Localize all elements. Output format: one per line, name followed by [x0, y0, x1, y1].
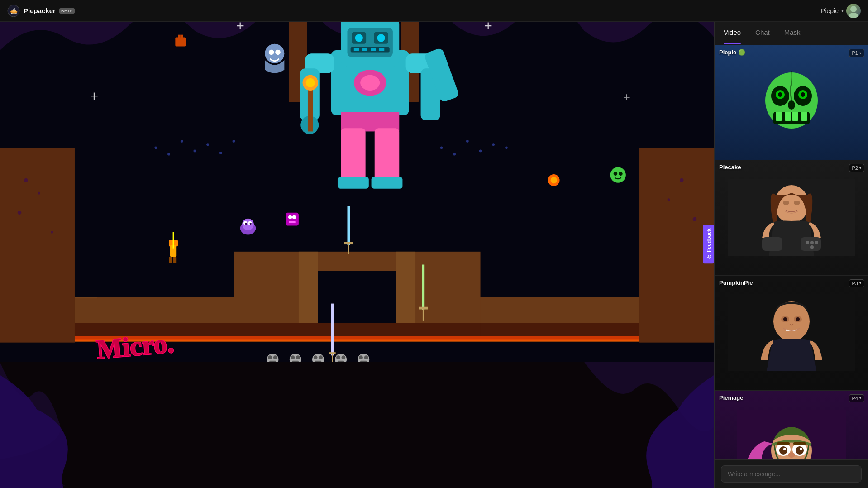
svg-rect-30: [354, 48, 359, 51]
svg-rect-156: [792, 112, 798, 121]
svg-text:🥧: 🥧: [10, 7, 18, 15]
svg-point-64: [614, 172, 618, 176]
svg-point-167: [810, 245, 814, 249]
user-avatar: [846, 4, 861, 18]
player-video-p1: [715, 45, 868, 160]
player-badge-p1[interactable]: P1 ▾: [849, 49, 864, 57]
svg-text:+: +: [90, 88, 98, 104]
svg-text:+: +: [236, 22, 244, 34]
svg-point-55: [288, 215, 292, 219]
svg-point-140: [668, 198, 670, 201]
svg-point-139: [680, 178, 684, 182]
tab-chat[interactable]: Chat: [755, 29, 770, 38]
player-card-p2[interactable]: Piecake P2 ▾: [715, 160, 868, 275]
player-name-p2: Piecake: [719, 164, 741, 171]
tab-video[interactable]: Video: [724, 29, 741, 38]
logo-area: 🥧 Piepacker BETA: [7, 5, 75, 17]
p4-avatar: [737, 410, 846, 459]
svg-point-161: [794, 201, 800, 205]
player-badge-p2[interactable]: P2 ▾: [849, 164, 864, 172]
player-card-p4[interactable]: Piemage P4 ▾ ⭐: [715, 391, 868, 459]
player-info-p4: Piemage: [719, 394, 743, 401]
svg-point-133: [492, 143, 495, 146]
svg-point-67: [550, 177, 557, 183]
player-name-p4: Piemage: [719, 394, 743, 401]
tab-mask[interactable]: Mask: [784, 29, 801, 38]
svg-point-124: [181, 140, 183, 143]
chat-input[interactable]: [721, 465, 862, 483]
svg-point-130: [453, 153, 456, 156]
p2-video-content: [728, 179, 855, 256]
svg-point-173: [796, 317, 800, 321]
svg-point-92: [273, 355, 277, 359]
feedback-tab[interactable]: ☆ Feedback: [703, 225, 714, 263]
svg-rect-53: [181, 35, 183, 39]
svg-rect-32: [371, 48, 376, 51]
svg-point-180: [783, 448, 786, 450]
player-badge-p3[interactable]: P3 ▾: [849, 279, 864, 287]
player-card-p1[interactable]: Piepie 🟢 P1 ▾: [715, 45, 868, 160]
svg-point-138: [51, 231, 53, 234]
svg-point-122: [154, 146, 157, 149]
svg-point-128: [233, 140, 235, 143]
svg-text:+: +: [484, 22, 492, 34]
tabs-container: Video Chat Mask: [715, 22, 868, 45]
player-badge-p4[interactable]: P4 ▾: [849, 394, 864, 402]
svg-point-135: [24, 178, 28, 182]
game-area[interactable]: + + + +: [0, 22, 714, 488]
topnav: 🥧 Piepacker BETA Piepie ▾: [0, 0, 868, 22]
svg-point-103: [336, 355, 340, 359]
player-info-p2: Piecake: [719, 164, 741, 171]
game-canvas: + + + +: [0, 22, 714, 488]
svg-point-129: [440, 146, 443, 149]
user-area[interactable]: Piepie ▾: [821, 4, 861, 18]
svg-rect-84: [299, 252, 318, 323]
player-name-p1: Piepie: [719, 49, 736, 56]
svg-point-99: [314, 355, 318, 359]
svg-point-2: [850, 6, 857, 12]
svg-point-165: [815, 241, 818, 244]
p4-badge-chevron: ▾: [859, 396, 861, 400]
svg-point-159: [774, 185, 809, 223]
svg-rect-52: [178, 35, 181, 39]
svg-point-181: [800, 448, 802, 450]
svg-rect-183: [793, 442, 806, 445]
svg-point-69: [242, 219, 254, 230]
sidebar: Video Chat Mask: [714, 22, 868, 488]
svg-rect-112: [348, 244, 349, 254]
user-name: Piepie: [821, 7, 839, 14]
svg-point-187: [788, 452, 795, 458]
svg-point-172: [783, 317, 787, 321]
svg-point-96: [296, 355, 300, 359]
svg-point-126: [206, 143, 209, 146]
feedback-label: Feedback: [706, 228, 711, 252]
svg-point-127: [219, 152, 222, 154]
video-list: Piepie 🟢 P1 ▾: [715, 45, 868, 459]
svg-rect-54: [286, 213, 299, 226]
svg-text:+: +: [623, 91, 630, 103]
svg-point-28: [377, 34, 385, 42]
player-name-p3: PumpkinPie: [719, 279, 753, 286]
svg-point-137: [18, 211, 22, 215]
svg-rect-113: [422, 265, 424, 310]
user-dropdown[interactable]: Piepie ▾: [821, 4, 861, 18]
svg-point-152: [788, 100, 795, 110]
svg-rect-155: [785, 112, 791, 121]
svg-rect-39: [308, 86, 313, 131]
svg-point-65: [619, 172, 623, 176]
p3-badge-label: P3: [852, 281, 858, 286]
feedback-star-icon: ☆: [706, 254, 711, 260]
svg-rect-45: [375, 128, 400, 180]
svg-point-136: [38, 192, 40, 195]
main-content: + + + +: [0, 22, 868, 488]
svg-point-100: [319, 355, 323, 359]
player-card-p3[interactable]: PumpkinPie P3 ▾: [715, 276, 868, 391]
svg-point-22: [360, 75, 380, 91]
svg-point-132: [479, 150, 482, 153]
svg-point-160: [783, 201, 789, 205]
svg-point-123: [167, 153, 170, 156]
p1-badge-chevron: ▾: [859, 51, 861, 55]
player-emoji-p1: 🟢: [738, 49, 745, 56]
player-video-p3: [715, 276, 868, 390]
svg-rect-85: [396, 252, 415, 323]
